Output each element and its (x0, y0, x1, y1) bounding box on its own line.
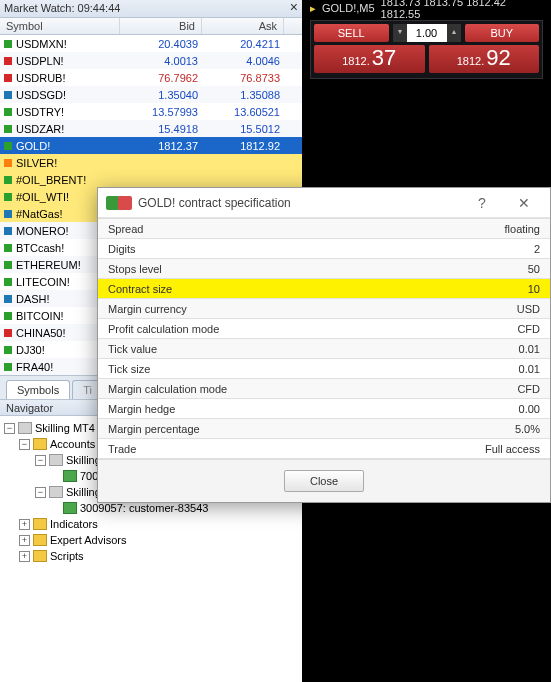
col-symbol[interactable]: Symbol (0, 18, 120, 34)
spec-row[interactable]: Tick size0.01 (98, 359, 550, 379)
col-ask[interactable]: Ask (202, 18, 284, 34)
spec-row[interactable]: Digits2 (98, 239, 550, 259)
direction-icon (4, 329, 12, 337)
account-icon (63, 502, 77, 514)
qty-up[interactable]: ▴ (447, 24, 461, 42)
symbol-row[interactable]: USDRUB!76.796276.8733 (0, 69, 302, 86)
ask-value: 20.4211 (198, 38, 280, 50)
symbol-name: GOLD! (16, 140, 116, 152)
direction-icon (4, 210, 12, 218)
direction-icon (4, 142, 12, 150)
close-icon[interactable]: × (290, 2, 298, 15)
folder-icon (33, 550, 47, 562)
spec-row[interactable]: Margin calculation modeCFD (98, 379, 550, 399)
sell-button[interactable]: SELL (314, 24, 389, 42)
spec-row[interactable]: Profit calculation modeCFD (98, 319, 550, 339)
symbol-row[interactable]: USDZAR!15.491815.5012 (0, 120, 302, 137)
direction-icon (4, 91, 12, 99)
help-button[interactable]: ? (464, 195, 500, 211)
symbol-row[interactable]: GOLD!1812.371812.92 (0, 137, 302, 154)
ask-value: 76.8733 (198, 72, 280, 84)
spec-value: CFD (517, 383, 540, 395)
buy-button[interactable]: BUY (465, 24, 540, 42)
spec-row[interactable]: TradeFull access (98, 439, 550, 459)
bid-value: 20.4039 (116, 38, 198, 50)
chart-quotes: 1813.73 1813.75 1812.42 1812.55 (381, 0, 543, 20)
dialog-title: GOLD! contract specification (138, 196, 458, 210)
spec-key: Contract size (108, 283, 172, 295)
symbol-row[interactable]: USDPLN!4.00134.0046 (0, 52, 302, 69)
symbol-name: USDMXN! (16, 38, 116, 50)
ask-value: 1812.92 (198, 140, 280, 152)
expand-icon[interactable]: − (19, 439, 30, 450)
spec-key: Margin percentage (108, 423, 200, 435)
symbol-row[interactable]: #OIL_BRENT! (0, 171, 302, 188)
expand-icon[interactable]: − (35, 455, 46, 466)
chart-icon: ▸ (310, 2, 316, 15)
chart-symbol: GOLD!,M5 (322, 2, 375, 14)
ask-price[interactable]: 1812.92 (429, 45, 540, 73)
spec-row[interactable]: Margin percentage5.0% (98, 419, 550, 439)
expand-icon[interactable]: − (4, 423, 15, 434)
spec-key: Margin currency (108, 303, 187, 315)
direction-icon (4, 227, 12, 235)
spec-key: Stops level (108, 263, 162, 275)
marketwatch-title: Market Watch: 09:44:44 (4, 2, 120, 15)
spec-value: Full access (485, 443, 540, 455)
folder-icon (33, 534, 47, 546)
folder-icon (33, 438, 47, 450)
expand-icon[interactable]: − (35, 487, 46, 498)
col-bid[interactable]: Bid (120, 18, 202, 34)
spec-value: 5.0% (515, 423, 540, 435)
spec-row[interactable]: Margin hedge0.00 (98, 399, 550, 419)
ask-value: 15.5012 (198, 123, 280, 135)
spec-value: 50 (528, 263, 540, 275)
server-icon (49, 454, 63, 466)
qty-input[interactable]: 1.00 (407, 27, 447, 39)
bid-price[interactable]: 1812.37 (314, 45, 425, 73)
marketwatch-header: Market Watch: 09:44:44 × (0, 0, 302, 18)
tab-symbols[interactable]: Symbols (6, 380, 70, 399)
qty-down[interactable]: ▾ (393, 24, 407, 42)
dialog-titlebar[interactable]: GOLD! contract specification ? ✕ (98, 188, 550, 218)
direction-icon (4, 176, 12, 184)
symbol-row[interactable]: SILVER! (0, 154, 302, 171)
symbol-name: #OIL_BRENT! (16, 174, 116, 186)
expand-icon[interactable]: + (19, 535, 30, 546)
symbol-row[interactable]: USDTRY!13.5799313.60521 (0, 103, 302, 120)
direction-icon (4, 108, 12, 116)
direction-icon (4, 363, 12, 371)
spec-value: 0.01 (519, 343, 540, 355)
spec-row[interactable]: Contract size10 (98, 279, 550, 299)
spec-value: 2 (534, 243, 540, 255)
direction-icon (4, 312, 12, 320)
ask-value: 1.35088 (198, 89, 280, 101)
symbol-name: USDSGD! (16, 89, 116, 101)
spec-row[interactable]: Tick value0.01 (98, 339, 550, 359)
bid-value: 1.35040 (116, 89, 198, 101)
one-click-trade: SELL ▾ 1.00 ▴ BUY 1812.37 1812.92 (310, 20, 543, 79)
direction-icon (4, 159, 12, 167)
close-button[interactable]: Close (284, 470, 364, 492)
account-icon (63, 470, 77, 482)
symbol-row[interactable]: USDSGD!1.350401.35088 (0, 86, 302, 103)
navigator-title: Navigator (6, 402, 53, 414)
symbol-row[interactable]: USDMXN!20.403920.4211 (0, 35, 302, 52)
spec-row[interactable]: Spreadfloating (98, 219, 550, 239)
folder-icon (33, 518, 47, 530)
direction-icon (4, 125, 12, 133)
bid-value: 1812.37 (116, 140, 198, 152)
spec-row[interactable]: Margin currencyUSD (98, 299, 550, 319)
bid-value: 15.4918 (116, 123, 198, 135)
spec-row[interactable]: Stops level50 (98, 259, 550, 279)
expand-icon[interactable]: + (19, 519, 30, 530)
marketwatch-columns: Symbol Bid Ask (0, 18, 302, 35)
direction-icon (4, 295, 12, 303)
app-icon (18, 422, 32, 434)
expand-icon[interactable]: + (19, 551, 30, 562)
close-icon[interactable]: ✕ (506, 195, 542, 211)
spec-value: 0.00 (519, 403, 540, 415)
direction-icon (4, 278, 12, 286)
direction-icon (4, 74, 12, 82)
spec-value: USD (517, 303, 540, 315)
